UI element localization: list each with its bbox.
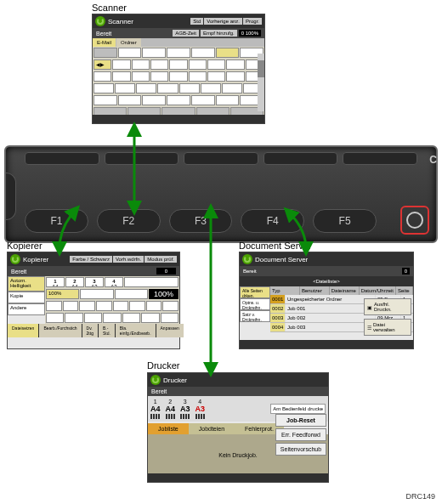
key-f4[interactable]: F4 [241,209,304,233]
diagram-code: DRC149 [405,492,435,501]
kopierer-title: Kopierer [23,256,48,263]
docserver-screen: Document Server Bereit 0 <Dateiliste> Al… [239,252,414,349]
drucker-title: Drucker [163,377,187,384]
zoom-display: 100% [149,289,178,299]
docserver-label: Document Server [239,241,312,251]
drucker-screen: Drucker Bereit 1A4 2A4 3A3 4A3 Am Bedien… [147,372,329,483]
stop-button[interactable] [400,206,429,235]
top-slots [25,152,417,165]
scanner-title: Scanner [108,18,133,25]
drucker-label: Drucker [147,360,180,371]
print-icon: ▣ [367,304,372,310]
scanner-tabs: E-Mail Ordner [93,38,264,47]
scanner-status: Bereit [96,31,111,37]
key-f5[interactable]: F5 [313,209,377,233]
scanner-label: Scanner [92,3,127,13]
clear-label: C [429,154,437,166]
manage-icon: ☰ [367,325,371,331]
app-logo-icon [150,375,161,385]
key-f3[interactable]: F3 [169,209,233,233]
column-headers: Typ Benutzer Dateiname Datum/Uhrzeit Sei… [270,286,413,295]
key-f2[interactable]: F2 [97,209,161,233]
scanner-top-buttons: Std Vorherige anz. Progr. [190,18,262,25]
list-header: <Dateiliste> [240,276,413,286]
kopierer-screen: Kopierer Farbe / Schwarz Vorh.wdrfn. Mod… [7,252,180,349]
function-key-panel: C F1 F2 F3 F4 F5 [4,145,438,243]
key-f1[interactable]: F1 [25,209,88,233]
scroll-bar[interactable] [258,54,264,111]
docserver-side: ▣Ausfhl. Druckn. ☰Datei verwalten [364,298,411,339]
panel-cutout [6,173,16,220]
drucker-status: Bereit [151,388,167,394]
function-keys: F1 F2 F3 F4 F5 [25,209,377,233]
app-logo-icon [10,254,20,264]
app-logo-icon [242,254,252,264]
scanner-footer [93,115,264,123]
app-logo-icon [95,16,105,26]
docserver-title: Document Server [255,256,308,263]
docserver-status: Bereit [243,269,257,274]
kopierer-label: Kopierer [7,241,42,251]
drucker-side: Job-Reset Err. Feedforwd Seitenvorschub [275,414,326,457]
kopierer-status: Bereit [11,269,26,275]
scanner-screen: Scanner Std Vorherige anz. Progr. Bereit… [92,14,265,124]
